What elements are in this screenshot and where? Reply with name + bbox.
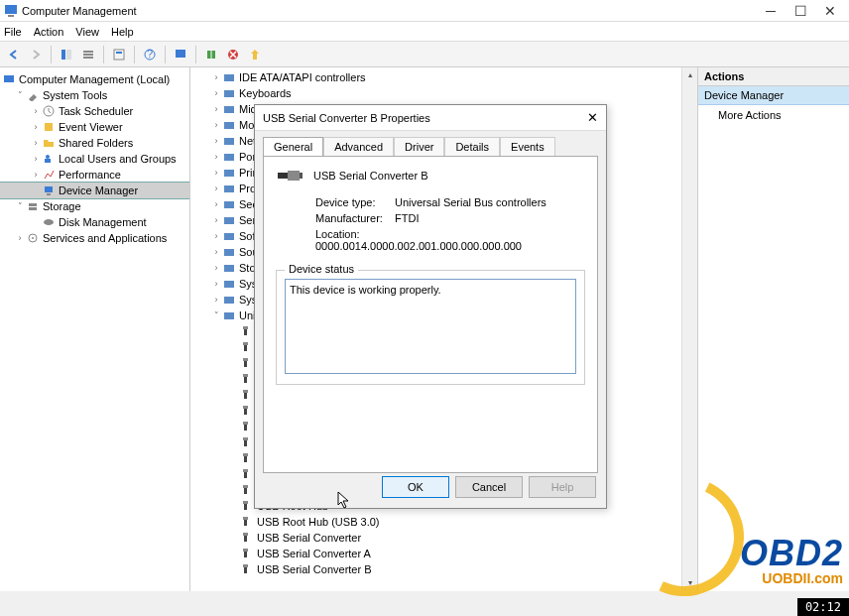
tree-task-scheduler[interactable]: ›Task Scheduler bbox=[0, 103, 189, 119]
users-icon bbox=[42, 152, 56, 166]
back-button[interactable] bbox=[4, 45, 24, 64]
usb-icon bbox=[240, 420, 254, 433]
tree-disk-management[interactable]: Disk Management bbox=[0, 214, 189, 230]
scroll-down-icon[interactable]: ▾ bbox=[682, 575, 697, 591]
device-item[interactable]: USB Serial Converter B bbox=[210, 561, 697, 577]
collapse-icon[interactable]: ˅ bbox=[14, 201, 26, 211]
tree-event-viewer[interactable]: ›Event Viewer bbox=[0, 119, 189, 135]
expand-icon[interactable]: › bbox=[210, 120, 222, 130]
svg-rect-69 bbox=[243, 533, 248, 536]
ok-button[interactable]: OK bbox=[382, 476, 449, 498]
svg-rect-31 bbox=[224, 154, 234, 161]
maximize-button[interactable]: ☐ bbox=[786, 3, 815, 19]
expand-icon[interactable]: › bbox=[210, 231, 222, 241]
help-button[interactable]: ? bbox=[140, 45, 160, 64]
dialog-close-button[interactable]: ✕ bbox=[587, 110, 598, 125]
actions-section[interactable]: Device Manager bbox=[698, 86, 849, 105]
svg-rect-18 bbox=[45, 159, 51, 163]
more-actions-item[interactable]: More Actions bbox=[698, 105, 849, 125]
tab-details[interactable]: Details bbox=[444, 137, 500, 156]
titlebar: Computer Management ─ ☐ ✕ bbox=[0, 0, 849, 22]
usb-icon bbox=[240, 356, 254, 370]
expand-icon[interactable]: › bbox=[210, 199, 222, 209]
tree-root[interactable]: Computer Management (Local) bbox=[0, 71, 189, 87]
device-label: USB Serial Converter bbox=[257, 532, 361, 544]
tree-local-users[interactable]: ›Local Users and Groups bbox=[0, 151, 189, 167]
tree-system-tools[interactable]: ˅ System Tools bbox=[0, 87, 189, 103]
view-button[interactable] bbox=[78, 45, 98, 64]
scrollbar[interactable]: ▴ ▾ bbox=[681, 67, 697, 591]
menu-file[interactable]: File bbox=[4, 26, 22, 38]
svg-rect-29 bbox=[224, 122, 234, 129]
usb-icon bbox=[240, 531, 254, 545]
menu-view[interactable]: View bbox=[75, 26, 99, 38]
services-icon bbox=[26, 231, 40, 245]
dialog-buttons: OK Cancel Help bbox=[382, 476, 596, 498]
expand-icon[interactable]: › bbox=[210, 88, 222, 98]
device-item[interactable]: USB Serial Converter A bbox=[210, 546, 697, 561]
device-label: IDE ATA/ATAPI controllers bbox=[239, 71, 366, 83]
forward-button[interactable] bbox=[26, 45, 46, 64]
category-icon bbox=[222, 245, 236, 259]
usb-icon bbox=[240, 515, 254, 529]
scroll-up-icon[interactable]: ▴ bbox=[682, 67, 697, 83]
cancel-button[interactable]: Cancel bbox=[455, 476, 523, 498]
close-button[interactable]: ✕ bbox=[815, 3, 845, 19]
uninstall-icon[interactable] bbox=[223, 45, 243, 64]
properties-button[interactable] bbox=[109, 45, 129, 64]
tree-device-manager[interactable]: Device Manager bbox=[0, 183, 189, 198]
usb-icon bbox=[240, 372, 254, 386]
svg-rect-41 bbox=[224, 312, 234, 319]
svg-rect-19 bbox=[45, 186, 53, 192]
left-tree-pane: Computer Management (Local) ˅ System Too… bbox=[0, 67, 190, 591]
expand-icon[interactable]: › bbox=[210, 247, 222, 257]
monitor-icon[interactable] bbox=[171, 45, 190, 64]
category-icon bbox=[222, 118, 236, 132]
minimize-button[interactable]: ─ bbox=[756, 3, 786, 19]
expand-icon[interactable]: › bbox=[210, 104, 222, 114]
expand-icon[interactable]: › bbox=[210, 168, 222, 178]
tab-events[interactable]: Events bbox=[500, 137, 555, 156]
help-button[interactable]: Help bbox=[529, 476, 596, 498]
tree-storage[interactable]: ˅Storage bbox=[0, 198, 189, 214]
expand-icon[interactable]: › bbox=[210, 136, 222, 146]
tab-general[interactable]: General bbox=[263, 137, 323, 156]
usb-icon bbox=[240, 451, 254, 465]
device-category[interactable]: ›Keyboards bbox=[210, 85, 697, 101]
tree-shared-folders[interactable]: ›Shared Folders bbox=[0, 135, 189, 151]
window-title: Computer Management bbox=[22, 5, 137, 17]
svg-rect-74 bbox=[278, 173, 288, 179]
device-status-text[interactable] bbox=[285, 279, 576, 374]
scan-icon[interactable] bbox=[201, 45, 221, 64]
expand-icon[interactable]: › bbox=[210, 184, 222, 193]
device-status-group: Device status bbox=[276, 270, 585, 385]
expand-icon[interactable]: › bbox=[210, 295, 222, 305]
collapse-icon[interactable]: ˅ bbox=[14, 90, 26, 100]
update-icon[interactable] bbox=[245, 45, 265, 64]
tab-advanced[interactable]: Advanced bbox=[323, 137, 394, 156]
device-item[interactable]: USB Root Hub (USB 3.0) bbox=[210, 514, 697, 530]
expand-icon[interactable]: › bbox=[210, 215, 222, 225]
expand-icon[interactable]: › bbox=[210, 72, 222, 82]
usb-icon bbox=[240, 483, 254, 497]
menu-help[interactable]: Help bbox=[111, 26, 134, 38]
device-label: USB Serial Converter B bbox=[257, 563, 372, 575]
svg-rect-30 bbox=[224, 138, 234, 145]
menu-action[interactable]: Action bbox=[34, 26, 64, 38]
show-hide-tree-button[interactable] bbox=[57, 45, 76, 64]
tree-services-apps[interactable]: ›Services and Applications bbox=[0, 230, 189, 246]
device-item[interactable]: USB Serial Converter bbox=[210, 530, 697, 546]
expand-icon[interactable]: › bbox=[210, 152, 222, 162]
device-icon bbox=[42, 184, 56, 197]
tab-driver[interactable]: Driver bbox=[394, 137, 444, 156]
svg-rect-67 bbox=[243, 517, 248, 520]
svg-rect-35 bbox=[224, 217, 234, 224]
disk-icon bbox=[42, 215, 56, 229]
device-category[interactable]: ›IDE ATA/ATAPI controllers bbox=[210, 69, 697, 85]
expand-icon[interactable]: ˅ bbox=[210, 310, 222, 320]
tree-performance[interactable]: ›Performance bbox=[0, 167, 189, 183]
svg-rect-2 bbox=[61, 50, 65, 60]
expand-icon[interactable]: › bbox=[210, 279, 222, 289]
svg-rect-27 bbox=[224, 90, 234, 97]
expand-icon[interactable]: › bbox=[210, 263, 222, 273]
